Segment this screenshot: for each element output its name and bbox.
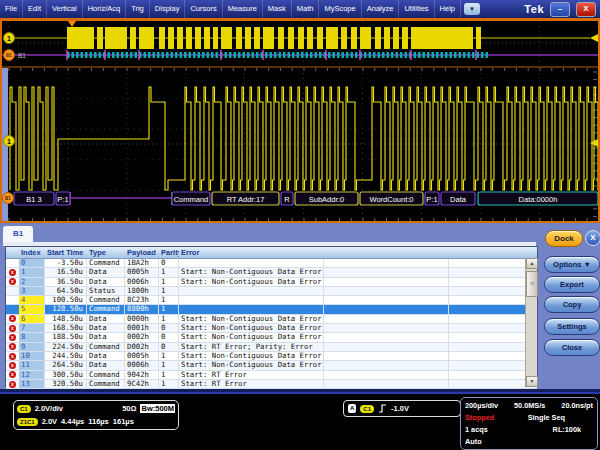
cell-parity: 0 <box>159 343 179 351</box>
side-button-copy[interactable]: Copy <box>544 296 600 313</box>
channel-readout[interactable]: C1 2.0V/div 50Ω Bw:500M Z1C1 2.0V 4.44µs… <box>13 400 179 430</box>
table-row-6[interactable]: x6148.50uData0000h1Start: Non-Contiguous… <box>6 315 537 324</box>
cell-spacer <box>324 268 449 276</box>
error-icon: x <box>6 333 19 341</box>
cell-payload: 8C23h <box>125 296 159 304</box>
table-row-3[interactable]: 364.50uStatus1800h1 <box>6 287 537 296</box>
table-row-1[interactable]: x116.50uData0005h1Start: Non-Contiguous … <box>6 268 537 277</box>
cell-spacer <box>324 380 449 388</box>
results-window: B1 Dock X Options ▼ExportCopySettingsClo… <box>0 223 600 392</box>
ch1-impedance: 50Ω <box>122 404 136 413</box>
cell-payload: D002h <box>125 343 159 351</box>
error-icon-glyph: x <box>9 269 16 276</box>
trigger-level: -1.0V <box>391 404 409 413</box>
menu-item-analyze[interactable]: Analyze <box>362 0 400 18</box>
table-row-12[interactable]: x12300.50uCommand9042h1Start: RT Error <box>6 371 537 380</box>
table-row-5[interactable]: 5128.50uCommand8800h1 <box>6 305 537 314</box>
results-tab-b1[interactable]: B1 <box>3 226 33 242</box>
header-spacer <box>6 247 19 258</box>
table-row-4[interactable]: 4100.50uCommand8C23h1 <box>6 296 537 305</box>
menu-item-help[interactable]: Help <box>435 0 461 18</box>
side-button-options[interactable]: Options ▼ <box>544 256 600 273</box>
svg-text:1: 1 <box>7 35 11 42</box>
error-icon: x <box>6 371 19 379</box>
side-button-settings[interactable]: Settings <box>544 318 600 335</box>
menu-item-trig[interactable]: Trig <box>126 0 150 18</box>
side-button-close[interactable]: Close <box>544 339 600 356</box>
svg-text:SubAddr:0: SubAddr:0 <box>309 195 344 204</box>
error-icon-glyph: x <box>9 334 16 341</box>
dock-button[interactable]: Dock <box>545 230 583 247</box>
decode-box-rt-addr-17: RT Addr:17 <box>212 192 279 205</box>
col-header-start-time[interactable]: Start Time <box>45 247 87 258</box>
zoom1-t2: 116µs <box>88 417 109 426</box>
col-header-error[interactable]: Error <box>179 247 324 258</box>
cell-error: Start: Non-Contiguous Data Error <box>179 268 324 276</box>
zoom1-scale: 2.0V <box>42 417 57 426</box>
col-header-parity[interactable]: Parity <box>159 247 179 258</box>
side-button-export[interactable]: Export <box>544 276 600 293</box>
table-row-7[interactable]: x7168.50uData0001h0Start: Non-Contiguous… <box>6 324 537 333</box>
scroll-up-button[interactable]: ▲ <box>526 258 538 269</box>
menu-item-display[interactable]: Display <box>150 0 186 18</box>
cell-spacer <box>449 333 525 341</box>
vertical-scrollbar[interactable]: ▲ ▼ <box>525 258 537 387</box>
table-row-13[interactable]: x13320.50uCommand9C42h1Start: RT Error <box>6 380 537 389</box>
table-row-10[interactable]: x10244.50uData0005h1Start: Non-Contiguou… <box>6 352 537 361</box>
error-icon: x <box>6 343 19 351</box>
minimize-button[interactable]: – <box>550 2 570 17</box>
scroll-down-button[interactable]: ▼ <box>526 376 538 387</box>
cell-type: Status <box>87 287 125 295</box>
cell-type: Command <box>87 259 125 267</box>
menu-item-horiz-acq[interactable]: Horiz/Acq <box>83 0 127 18</box>
svg-text:P:1: P:1 <box>426 195 437 204</box>
col-header-type[interactable]: Type <box>87 247 125 258</box>
menu-item-vertical[interactable]: Vertical <box>47 0 83 18</box>
menu-item-measure[interactable]: Measure <box>223 0 263 18</box>
acq-state: Stopped <box>465 412 494 424</box>
menu-item-edit[interactable]: Edit <box>23 0 47 18</box>
cell-parity: 1 <box>159 371 179 379</box>
menu-item-mask[interactable]: Mask <box>263 0 292 18</box>
cell-type: Command <box>87 305 125 313</box>
trigger-readout[interactable]: A C1 -1.0V <box>343 400 461 417</box>
col-header-payload[interactable]: Payload <box>125 247 159 258</box>
decode-box-subaddr-0: SubAddr:0 <box>295 192 358 205</box>
error-icon: x <box>6 268 19 276</box>
menu-item-cursors[interactable]: Cursors <box>185 0 222 18</box>
cell-payload: 0005h <box>125 352 159 360</box>
table-row-2[interactable]: x236.50uData0006h1Start: Non-Contiguous … <box>6 278 537 287</box>
menu-item-file[interactable]: File <box>0 0 23 18</box>
menu-item-myscope[interactable]: MyScope <box>319 0 361 18</box>
table-row-9[interactable]: x9224.50uCommandD002h0Start: RT Error; P… <box>6 343 537 352</box>
table-row-11[interactable]: x11264.50uData0006h1Start: Non-Contiguou… <box>6 361 537 370</box>
menu-overflow-button[interactable]: ▼ <box>464 3 480 15</box>
col-header-index[interactable]: Index <box>19 247 45 258</box>
error-icon: x <box>6 324 19 332</box>
scroll-thumb[interactable] <box>526 271 538 297</box>
cell-parity: 1 <box>159 287 179 295</box>
zoom1-t1: 4.44µs <box>61 417 84 426</box>
window-close-button[interactable]: X <box>576 2 596 17</box>
overview-waveform-window[interactable]: 1B1B1 <box>2 21 598 66</box>
svg-text:R: R <box>284 195 290 204</box>
cell-type: Data <box>87 333 125 341</box>
table-row-8[interactable]: x8188.50uData0002h0Start: Non-Contiguous… <box>6 333 537 342</box>
panel-close-button[interactable]: X <box>585 230 600 246</box>
decode-box-data: Data <box>441 192 475 205</box>
decode-results-table: Index Start Time Type Payload Parity Err… <box>5 246 538 387</box>
cell-payload: 0002h <box>125 333 159 341</box>
decode-box-data-0000h: Data:0000h <box>478 192 598 205</box>
zoom-waveform-window[interactable]: B1 3P:1CommandRT Addr:17RSubAddr:0WordCo… <box>2 68 598 221</box>
cell-index: 5 <box>19 305 45 313</box>
cell-start-time: 188.50u <box>45 333 87 341</box>
table-row-0[interactable]: 0-3.50uCommand1BA2h0 <box>6 259 537 268</box>
sample-rate: 50.0MS/s <box>514 400 545 412</box>
cell-error: Start: RT Error <box>179 380 324 388</box>
menu-item-math[interactable]: Math <box>292 0 320 18</box>
cell-spacer <box>324 305 449 313</box>
cell-start-time: 36.50u <box>45 278 87 286</box>
cell-type: Data <box>87 324 125 332</box>
horizontal-acq-readout[interactable]: 200µs/div 50.0MS/s 20.0ns/pt Stopped Sin… <box>460 397 598 450</box>
menu-item-utilities[interactable]: Utilities <box>399 0 434 18</box>
